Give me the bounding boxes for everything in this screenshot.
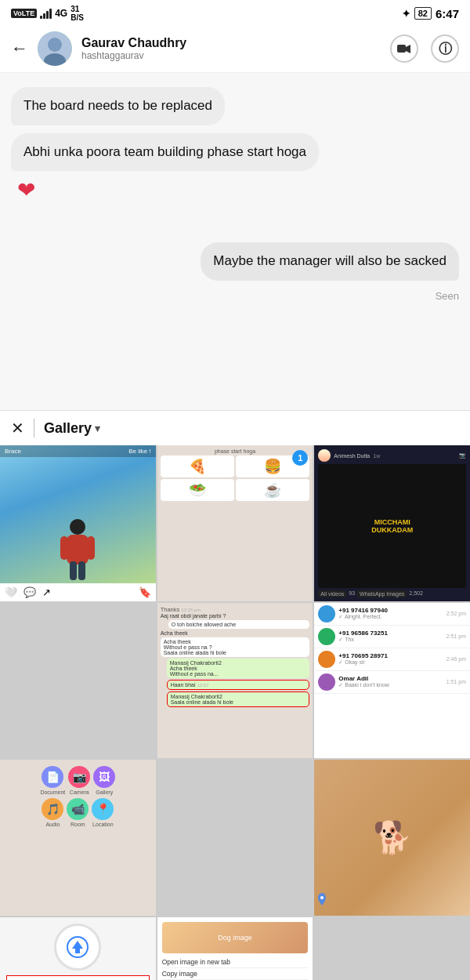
camera-icon: 📷 — [68, 766, 90, 788]
ig-share-icon[interactable]: ↗ — [42, 586, 51, 598]
gallery-cell-chat-menu[interactable]: Paste Keep S... Picture — [0, 917, 156, 980]
ga-camera-dot: 📷 — [459, 452, 466, 459]
upload-circle-button[interactable] — [54, 924, 101, 971]
seen-label: Seen — [436, 290, 459, 302]
contact-avatar[interactable] — [38, 31, 72, 66]
gallery-cell-dog[interactable]: 🐕 — [314, 760, 470, 916]
bluetooth-icon: ✦ — [402, 8, 410, 20]
img-options-preview: Dog image — [162, 922, 309, 953]
attach-audio[interactable]: 🎵 Audio — [42, 798, 63, 827]
svg-marker-13 — [72, 941, 83, 953]
attach-doc-label: Document — [40, 789, 65, 795]
status-right: ✦ 82 6:47 — [402, 7, 459, 20]
gallery-cell-chat1[interactable]: phase start hoga 🍕 🍔 🥗 ☕ 1 — [157, 445, 313, 601]
gallery-attach-icon: 🖼 — [93, 766, 115, 788]
svg-point-5 — [70, 519, 85, 535]
svg-rect-10 — [78, 561, 85, 580]
chat2-green3-highlighted: Manasij Chakraborti2Saala online alada h… — [167, 691, 310, 707]
data-speed: 31 B/S — [70, 5, 84, 22]
chat-spacer — [11, 211, 459, 234]
gallery-cell-gallery-app[interactable]: Animesh Dutta 1w 📷 MICCHAMIDUKKADAM All … — [314, 445, 470, 601]
chat1-preview-text: phase start hoga — [161, 448, 310, 454]
attach-camera[interactable]: 📷 Camera — [68, 766, 90, 795]
attach-room[interactable]: 📹 Room — [67, 798, 89, 827]
gallery-cell-contacts[interactable]: +91 97416 97940 ✓ Alright. Perfect. 2:52… — [314, 603, 470, 759]
gallery-close-button[interactable]: ✕ — [11, 419, 24, 437]
ga-brand-logo: MICCHAMIDUKKADAM — [318, 464, 466, 588]
ga-top-bar: Animesh Dutta 1w 📷 — [318, 449, 466, 462]
chat2-green1: Manasij Chakraborti2Acha theekWithout e … — [167, 659, 310, 678]
context-menu-box: Paste Keep S... Picture — [6, 975, 150, 980]
attach-audio-label: Audio — [45, 822, 60, 827]
img-opt-2[interactable]: Copy image — [162, 968, 309, 980]
status-bar: VoLTE 4G 31 B/S ✦ 82 6:47 — [0, 0, 470, 25]
img-opt-1[interactable]: Open image in new tab — [162, 956, 309, 968]
contact-info-2: +91 96586 73251 ✓ Thx — [338, 630, 388, 643]
gallery-title: Gallery ▾ — [44, 420, 100, 437]
contact-avatar-3 — [318, 651, 335, 668]
svg-point-11 — [320, 896, 324, 899]
ga-tag-videos: All videos — [318, 590, 346, 597]
ga-avatar — [318, 449, 331, 462]
contact-row-4: Omar Adil ✓ Baaki I don't know 1:51 pm — [314, 671, 470, 694]
contact-info-3: +91 70695 28971 ✓ Okay sir — [338, 652, 388, 666]
svg-point-1 — [48, 38, 62, 52]
attach-location[interactable]: 📍 Location — [92, 798, 114, 827]
attach-loc-label: Location — [92, 822, 113, 827]
upload-arrow-icon — [67, 936, 89, 958]
gallery-cell-img-options[interactable]: Dog image Open image in new tab Copy ima… — [157, 917, 313, 980]
network-type: 4G — [55, 8, 67, 19]
svg-rect-3 — [397, 45, 406, 53]
ga-tag-wa: WhatsApp Images — [357, 590, 407, 597]
ga-count1: 93 — [349, 590, 355, 597]
video-icon — [397, 44, 411, 54]
gallery-grid: Brace Be like ! 🤍 💬 ↗ 🔖 phase start hoga… — [0, 445, 470, 980]
sticker1: 🍕 — [161, 456, 234, 477]
message-1: The board needs to be replaced — [11, 87, 225, 125]
gallery-caret-icon[interactable]: ▾ — [95, 423, 100, 434]
chat2-wapass: Acha theekWithout e pass na ?Saala onlin… — [161, 637, 310, 657]
back-button[interactable]: ← — [11, 38, 28, 59]
ig-overlay-label: Brace — [5, 448, 21, 455]
chat-header: ← Gaurav Chaudhry hashtaggaurav ⓘ — [0, 25, 470, 73]
svg-marker-4 — [406, 45, 410, 53]
battery-icon: 82 — [414, 7, 432, 20]
info-button[interactable]: ⓘ — [431, 34, 459, 63]
room-icon: 📹 — [67, 798, 89, 820]
info-icon: ⓘ — [439, 40, 452, 58]
chat2-green2-highlighted: Haan bhai 12:57 — [167, 680, 310, 690]
ig-comment-icon[interactable]: 💬 — [24, 586, 36, 598]
contact-row-2: +91 96586 73251 ✓ Thx 2:51 pm — [314, 626, 470, 648]
chat2-header: Thanks 12:25 pm — [161, 606, 310, 613]
volte-badge: VoLTE — [11, 9, 37, 18]
video-call-button[interactable] — [390, 34, 418, 63]
signal-bars — [40, 9, 52, 19]
gallery-cell-wa-attach[interactable]: 📄 Document 📷 Camera 🖼 Gallery 🎵 Audio 📹 … — [0, 760, 156, 916]
contact-row-1: +91 97416 97940 ✓ Alright. Perfect. 2:52… — [314, 603, 470, 626]
contact-info-1: +91 97416 97940 ✓ Alright. Perfect. — [338, 607, 388, 620]
attach-gallery[interactable]: 🖼 Gallery — [93, 766, 115, 795]
message-2: Abhi unka poora team building phase star… — [11, 133, 319, 172]
ga-media-tags: All videos 93 WhatsApp Images 2,502 — [318, 590, 466, 597]
sticker4: ☕ — [236, 479, 309, 501]
contact-info-4: Omar Adil ✓ Baaki I don't know — [338, 675, 389, 688]
status-left: VoLTE 4G 31 B/S — [11, 5, 84, 22]
attach-room-label: Room — [70, 822, 85, 827]
gallery-cell-chat2[interactable]: Thanks 12:25 pm Aaj raat obdi janate par… — [157, 603, 313, 759]
gallery-cell-instagram[interactable]: Brace Be like ! 🤍 💬 ↗ 🔖 — [0, 445, 156, 601]
chat2-reply1: O toh bolche allowed ache — [168, 620, 310, 629]
contact-info: Gaurav Chaudhry hashtaggaurav — [81, 36, 381, 61]
contact-handle: hashtaggaurav — [81, 50, 381, 61]
heart-reaction: ❤ — [17, 177, 35, 203]
chat2-msg1: Aaj raat obdi janate parbi ? — [161, 613, 310, 619]
ig-bookmark-icon[interactable]: 🔖 — [139, 586, 151, 598]
attach-document[interactable]: 📄 Document — [40, 766, 65, 795]
audio-icon: 🎵 — [42, 798, 63, 820]
attach-row-2: 🎵 Audio 📹 Room 📍 Location — [3, 798, 153, 827]
contact-name: Gaurav Chaudhry — [81, 36, 381, 50]
svg-rect-6 — [67, 535, 89, 564]
ga-count2: 2,502 — [409, 590, 423, 597]
ig-heart-icon[interactable]: 🤍 — [5, 586, 17, 598]
header-icons: ⓘ — [390, 34, 459, 63]
dog-emoji: 🐕 — [373, 819, 412, 856]
